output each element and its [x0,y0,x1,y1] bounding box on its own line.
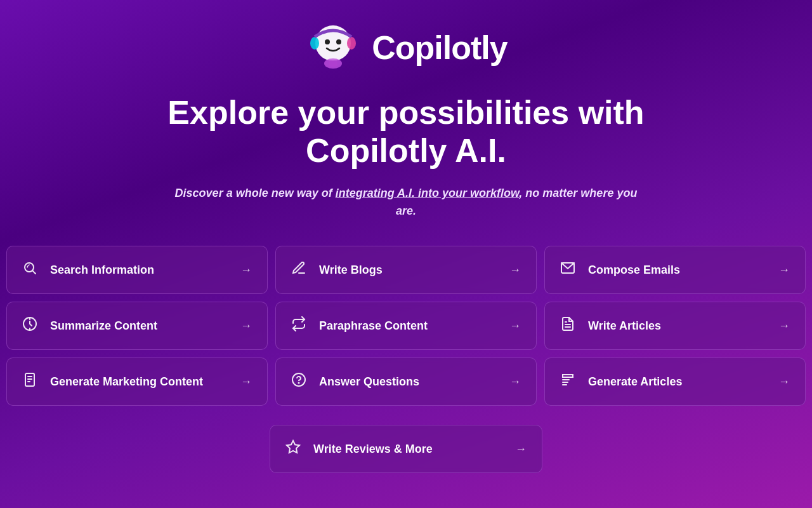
grid-item-label: Write Blogs [319,264,383,277]
grid-item-label: Write Reviews & More [313,443,433,456]
logo-icon [304,19,362,76]
grid-item-arrow: → [778,319,790,333]
grid-item-left: Summarize Content [22,316,157,335]
logo-text: Copilotly [372,29,507,67]
grid-item-paraphrase-content[interactable]: Paraphrase Content → [275,302,537,350]
grid-item-arrow: → [509,264,521,277]
grid-item-label: Write Articles [588,319,661,333]
grid-item-generate-marketing-content[interactable]: Generate Marketing Content → [6,358,268,406]
grid-item-label: Answer Questions [319,375,419,389]
grid-item-arrow: → [509,319,521,333]
search-information-icon [22,260,40,279]
svg-point-1 [325,39,330,44]
summarize-content-icon [22,316,40,335]
grid-item-write-reviews[interactable]: Write Reviews & More → [270,425,542,473]
grid-item-compose-emails[interactable]: Compose Emails → [544,246,806,294]
feature-grid: Search Information → Write Blogs → Compo… [6,246,806,406]
grid-item-label: Search Information [50,264,154,277]
grid-item-arrow: → [509,375,521,389]
grid-item-left: Write Reviews & More [285,439,433,458]
grid-item-arrow: → [778,375,790,389]
subtitle-link[interactable]: integrating A.I. into your workflow [336,187,520,199]
paraphrase-content-icon [291,316,309,335]
grid-item-label: Compose Emails [588,264,680,277]
header: Copilotly Explore your possibilities wit… [0,0,812,233]
svg-rect-6 [329,60,337,67]
grid-item-summarize-content[interactable]: Summarize Content → [6,302,268,350]
bottom-row: Write Reviews & More → [0,425,812,492]
grid-item-left: Generate Marketing Content [22,372,203,391]
subtitle-before: Discover a whole new way of [175,187,336,199]
grid-item-write-articles[interactable]: Write Articles → [544,302,806,350]
grid-item-label: Summarize Content [50,319,157,333]
grid-item-left: Answer Questions [291,372,419,391]
feature-grid-section: Search Information → Write Blogs → Compo… [0,233,812,425]
grid-item-left: Generate Articles [560,372,682,391]
logo-row: Copilotly [304,19,507,76]
grid-item-left: Compose Emails [560,260,680,279]
grid-item-left: Paraphrase Content [291,316,428,335]
grid-item-left: Write Articles [560,316,661,335]
answer-questions-icon [291,372,309,391]
generate-articles-icon [560,372,578,391]
svg-point-7 [25,263,34,272]
grid-item-answer-questions[interactable]: Answer Questions → [275,358,537,406]
grid-item-generate-articles[interactable]: Generate Articles → [544,358,806,406]
grid-item-search-information[interactable]: Search Information → [6,246,268,294]
grid-item-arrow: → [515,443,527,456]
grid-item-arrow: → [240,319,252,333]
grid-item-label: Generate Marketing Content [50,375,203,389]
write-blogs-icon [291,260,309,279]
grid-item-label: Generate Articles [588,375,682,389]
grid-item-arrow: → [240,264,252,277]
grid-item-label: Paraphrase Content [319,319,428,333]
grid-item-left: Search Information [22,260,154,279]
grid-item-arrow: → [240,375,252,389]
generate-marketing-content-icon [22,372,40,391]
svg-line-8 [33,271,36,274]
svg-point-3 [310,37,319,50]
grid-item-arrow: → [778,264,790,277]
hero-subtitle: Discover a whole new way of integrating … [165,184,647,221]
compose-emails-icon [560,260,578,279]
write-articles-icon [560,316,578,335]
write-reviews-icon [285,439,303,458]
grid-item-write-blogs[interactable]: Write Blogs → [275,246,537,294]
svg-marker-21 [287,441,299,453]
svg-point-2 [336,39,341,44]
hero-title: Explore your possibilities with Copilotl… [152,94,660,170]
svg-point-4 [347,37,356,50]
grid-item-left: Write Blogs [291,260,383,279]
